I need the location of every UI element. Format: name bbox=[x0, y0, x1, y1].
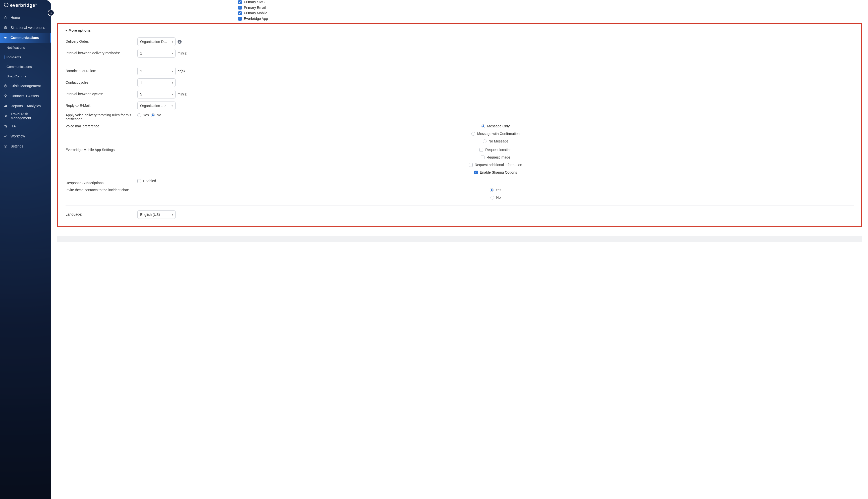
sidebar-item-label: Situational Awareness bbox=[11, 26, 45, 30]
sidebar-item-label: Incidents bbox=[7, 55, 21, 59]
svg-rect-5 bbox=[4, 125, 5, 126]
checkbox-enable-sharing[interactable]: Enable Sharing Options bbox=[474, 170, 517, 174]
checkbox-request-image[interactable]: Request image bbox=[481, 155, 510, 159]
sidebar-item-label: Home bbox=[11, 15, 20, 20]
radio-icon[interactable] bbox=[151, 113, 155, 117]
radio-label: Message with Confirmation bbox=[477, 132, 520, 136]
radio-invite-no[interactable]: No bbox=[491, 195, 501, 199]
delivery-methods-list: Primary SMS Primary Email Primary Mobile… bbox=[238, 0, 862, 21]
checkbox-label: Request additional information bbox=[475, 163, 522, 167]
delivery-method-primary-mobile[interactable]: Primary Mobile bbox=[238, 11, 862, 15]
sidebar-item-snapcomms[interactable]: SnapComms bbox=[0, 71, 51, 81]
section-heading: More options bbox=[69, 28, 91, 33]
radio-throttling-yes[interactable]: Yes bbox=[137, 113, 149, 117]
row-throttling: Apply voice delivery throttling rules fo… bbox=[65, 112, 854, 123]
delivery-method-primary-sms[interactable]: Primary SMS bbox=[238, 0, 862, 4]
radio-label: Message Only bbox=[487, 124, 510, 128]
select-interval-methods[interactable]: 1 bbox=[137, 49, 176, 58]
radio-label: Yes bbox=[143, 113, 149, 117]
select-reply-email[interactable]: Organization … ✕ bbox=[137, 101, 176, 110]
everbridge-mark-icon bbox=[3, 2, 9, 8]
delivery-method-everbridge-app[interactable]: Everbridge App bbox=[238, 16, 862, 21]
sidebar-item-settings[interactable]: Settings bbox=[0, 141, 51, 151]
row-language: Language: English (US) bbox=[65, 209, 854, 220]
label-interval-cycles: Interval between cycles: bbox=[65, 90, 137, 96]
sidebar-item-travel-risk[interactable]: Travel Risk Management bbox=[0, 111, 51, 121]
radio-voicemail-no-message[interactable]: No Message bbox=[483, 139, 508, 143]
airplane-icon bbox=[3, 114, 8, 118]
label-mobile-app-settings: Everbridge Mobile App Settings: bbox=[65, 148, 137, 152]
footer-strip bbox=[57, 236, 862, 242]
label-reply-email: Reply-to E-Mail: bbox=[65, 101, 137, 108]
radio-voicemail-message-only[interactable]: Message Only bbox=[482, 124, 510, 128]
checkbox-icon[interactable] bbox=[238, 17, 242, 21]
sidebar-item-label: Crisis Management bbox=[11, 84, 41, 88]
label-language: Language: bbox=[65, 210, 137, 216]
radio-label: No bbox=[496, 195, 501, 199]
radio-icon[interactable] bbox=[482, 124, 485, 128]
unit-label: hr(s) bbox=[177, 69, 185, 73]
row-interval-methods: Interval between delivery methods: 1 min… bbox=[65, 48, 854, 59]
checkbox-label: Enabled bbox=[143, 179, 156, 183]
row-broadcast-duration: Broadcast duration: 1 hr(s) bbox=[65, 65, 854, 77]
checkbox-response-enabled[interactable]: Enabled bbox=[137, 179, 156, 183]
select-broadcast-duration[interactable]: 1 bbox=[137, 67, 176, 75]
sidebar-item-situational-awareness[interactable]: Situational Awareness bbox=[0, 23, 51, 33]
checkbox-icon[interactable] bbox=[474, 171, 478, 174]
clear-icon[interactable]: ✕ bbox=[163, 104, 168, 108]
select-language[interactable]: English (US) bbox=[137, 210, 176, 219]
radio-icon[interactable] bbox=[137, 113, 141, 117]
checkbox-icon[interactable] bbox=[481, 156, 484, 159]
sidebar-item-contacts-assets[interactable]: Contacts + Assets bbox=[0, 91, 51, 101]
svg-point-7 bbox=[5, 146, 6, 147]
checkbox-label: Request location bbox=[485, 148, 511, 152]
sidebar-item-home[interactable]: Home bbox=[0, 13, 51, 23]
sidebar-item-crisis-management[interactable]: Crisis Management bbox=[0, 81, 51, 91]
sidebar-item-communications[interactable]: Communications bbox=[0, 33, 51, 43]
select-interval-cycles[interactable]: 5 bbox=[137, 90, 176, 98]
sidebar-item-reports-analytics[interactable]: Reports + Analytics bbox=[0, 101, 51, 111]
sidebar-item-label: SnapComms bbox=[7, 74, 26, 78]
select-value: Organization Default bbox=[140, 40, 169, 44]
radio-icon[interactable] bbox=[490, 188, 494, 192]
select-delivery-order[interactable]: Organization Default bbox=[137, 37, 176, 46]
select-value: 5 bbox=[140, 92, 169, 96]
unit-label: min(s) bbox=[177, 92, 187, 96]
sidebar-item-notifications[interactable]: Notifications bbox=[0, 43, 51, 52]
sidebar-item-ita[interactable]: ITA bbox=[0, 121, 51, 131]
radio-icon[interactable] bbox=[471, 132, 475, 136]
checkbox-request-location[interactable]: Request location bbox=[480, 148, 511, 152]
radio-label: No bbox=[157, 113, 161, 117]
globe-icon bbox=[3, 26, 8, 30]
sidebar-item-workflow[interactable]: Workflow bbox=[0, 131, 51, 141]
sidebar-item-incidents[interactable]: Incidents bbox=[0, 52, 51, 62]
radio-voicemail-message-confirmation[interactable]: Message with Confirmation bbox=[471, 132, 520, 136]
radio-invite-yes[interactable]: Yes bbox=[490, 188, 501, 192]
row-contact-cycles: Contact cycles: 1 bbox=[65, 77, 854, 88]
radio-icon[interactable] bbox=[483, 139, 486, 143]
checkbox-request-additional-info[interactable]: Request additional information bbox=[469, 163, 522, 167]
megaphone-icon bbox=[3, 36, 8, 40]
checkbox-icon[interactable] bbox=[238, 11, 242, 15]
checkbox-label: Request image bbox=[486, 155, 510, 159]
checkbox-icon[interactable] bbox=[480, 148, 483, 152]
row-response-subscriptions: Response Subscriptions: Enabled bbox=[65, 178, 854, 186]
checkbox-icon[interactable] bbox=[238, 6, 242, 10]
label-response-subscriptions: Response Subscriptions: bbox=[65, 179, 137, 185]
sidebar-item-label: Contacts + Assets bbox=[11, 94, 39, 98]
label-contact-cycles: Contact cycles: bbox=[65, 78, 137, 84]
radio-throttling-no[interactable]: No bbox=[151, 113, 161, 117]
delivery-method-primary-email[interactable]: Primary Email bbox=[238, 5, 862, 10]
pin-icon bbox=[3, 94, 8, 98]
more-options-toggle[interactable]: ▾ More options bbox=[65, 27, 854, 36]
select-value: Organization … bbox=[140, 104, 165, 108]
radio-icon[interactable] bbox=[491, 196, 494, 199]
checkbox-icon[interactable] bbox=[238, 0, 242, 4]
unit-label: min(s) bbox=[177, 51, 187, 55]
info-icon[interactable]: i bbox=[177, 40, 182, 44]
checkbox-icon[interactable] bbox=[469, 163, 473, 167]
sidebar-item-communications-sub[interactable]: Communications bbox=[0, 62, 51, 71]
select-contact-cycles[interactable]: 1 bbox=[137, 78, 176, 87]
checkbox-icon[interactable] bbox=[137, 179, 141, 183]
bar-chart-icon bbox=[3, 104, 8, 108]
